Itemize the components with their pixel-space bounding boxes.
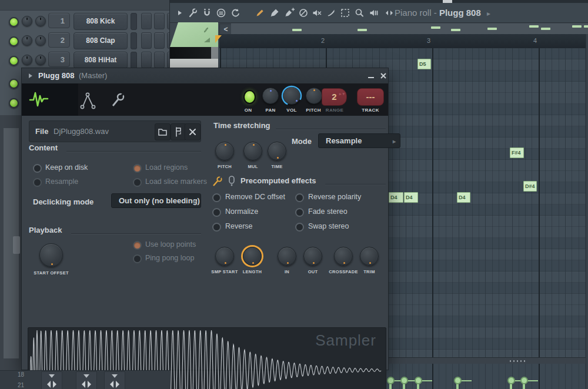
checkbox-ping-pong-loop[interactable] — [133, 254, 142, 263]
checkbox-remove-dc-offset[interactable] — [212, 193, 221, 202]
smp-start-knob[interactable] — [215, 247, 234, 266]
keyboard-black-key[interactable] — [170, 47, 211, 59]
tab-settings[interactable] — [108, 92, 129, 112]
channel-led[interactable] — [9, 98, 19, 108]
channel-pan-knob[interactable] — [22, 55, 32, 65]
plugin-on-led[interactable] — [243, 90, 256, 104]
tab-sample[interactable] — [22, 83, 78, 116]
velocity-marker[interactable] — [387, 377, 395, 384]
mode-dropdown[interactable]: Resample ▸ — [318, 133, 400, 148]
zoom-icon[interactable] — [354, 8, 365, 18]
scroll-left-button[interactable]: < — [219, 24, 232, 35]
step-cell[interactable] — [141, 52, 152, 68]
vertical-scrollbar[interactable] — [586, 34, 588, 389]
piano-roll-note[interactable]: D#4 — [523, 181, 537, 192]
tab-envelope[interactable] — [78, 92, 99, 112]
regions-icon[interactable] — [171, 124, 186, 140]
folder-button[interactable] — [155, 123, 171, 140]
stepper-tile[interactable] — [104, 371, 125, 389]
step-cell[interactable] — [154, 13, 165, 29]
channel-name-button[interactable]: 808 Clap — [74, 32, 128, 49]
clear-button[interactable] — [185, 123, 201, 140]
regions-button[interactable] — [171, 123, 186, 140]
mute-icon[interactable] — [312, 8, 322, 18]
splitter-handle[interactable] — [510, 360, 527, 362]
folder-icon[interactable] — [155, 124, 170, 140]
left-scroll-thumb[interactable] — [13, 236, 20, 254]
step-cell[interactable] — [154, 52, 165, 68]
pitch-range-box[interactable]: 2▸ ▾ — [322, 88, 347, 106]
trim-knob[interactable] — [360, 247, 379, 266]
channel-volume-knob[interactable] — [35, 16, 46, 26]
channel-led[interactable] — [9, 17, 19, 27]
declicking-dropdown[interactable]: Out only (no bleeding) ▸ — [111, 193, 201, 208]
channel-number[interactable]: 1 — [48, 13, 70, 28]
brush-icon[interactable] — [269, 8, 280, 18]
channel-volume-knob[interactable] — [35, 55, 46, 65]
slice-icon[interactable] — [326, 8, 336, 18]
piano-roll-note[interactable]: F#4 — [510, 147, 524, 158]
horizontal-scrollbar[interactable] — [231, 24, 588, 35]
channel-pan-knob[interactable] — [22, 16, 32, 26]
pitch-stretch-knob[interactable] — [215, 142, 234, 160]
piano-roll-note[interactable]: D5 — [417, 59, 431, 69]
undo-icon[interactable] — [230, 8, 240, 18]
step-cell[interactable] — [141, 13, 152, 29]
velocity-marker[interactable] — [454, 377, 462, 384]
channel-name-button[interactable]: 808 HiHat — [74, 52, 128, 69]
checkbox-reverse[interactable] — [212, 223, 221, 232]
detach-icon[interactable] — [384, 8, 395, 18]
timeline-ruler[interactable]: 234 — [219, 34, 588, 49]
step-cell[interactable] — [154, 32, 165, 49]
channel-pan-knob[interactable] — [22, 35, 32, 46]
checkbox-swap-stereo[interactable] — [295, 223, 304, 232]
channel-number[interactable]: 3 — [48, 52, 70, 67]
velocity-marker[interactable] — [507, 377, 515, 384]
file-name[interactable]: DjPlugg808.wav — [54, 127, 109, 136]
checkbox-use-loop-points[interactable] — [133, 241, 142, 250]
checkbox-resample[interactable] — [33, 178, 42, 187]
start-offset-knob[interactable] — [39, 243, 63, 267]
select-icon[interactable] — [340, 8, 350, 18]
velocity-marker[interactable] — [415, 377, 422, 384]
channel-led[interactable] — [9, 56, 19, 66]
options-arrow-icon[interactable] — [175, 8, 185, 18]
piano-roll-note[interactable]: D4 — [389, 192, 403, 203]
checkbox-load-regions[interactable] — [133, 164, 142, 173]
channel-led[interactable] — [9, 79, 19, 89]
checkbox-fade-stereo[interactable] — [295, 208, 304, 217]
checkbox-reverse-polarity[interactable] — [295, 193, 304, 202]
out-knob[interactable] — [303, 247, 322, 266]
pencil-icon[interactable] — [255, 8, 265, 18]
minimize-button[interactable] — [366, 71, 376, 81]
stepper-tile[interactable] — [76, 371, 97, 389]
piano-roll-note[interactable]: D4 — [404, 192, 418, 203]
checkbox-normalize[interactable] — [212, 208, 221, 217]
track-box[interactable]: --- — [357, 88, 384, 106]
time-knob[interactable] — [268, 142, 286, 160]
in-knob[interactable] — [278, 247, 296, 266]
menu-icon[interactable] — [216, 8, 226, 18]
channel-mute-bar[interactable] — [131, 32, 137, 49]
brush-sequence-icon[interactable] — [284, 8, 295, 18]
stepper-tile[interactable] — [41, 371, 62, 389]
plugin-menu-arrow-icon[interactable] — [29, 73, 32, 78]
title-chevron-icon[interactable]: ▸ — [483, 9, 490, 18]
plugin-titlebar[interactable]: Plugg 808 (Master) — [22, 68, 388, 84]
playback-icon[interactable] — [369, 8, 379, 18]
mul-knob[interactable] — [243, 142, 262, 160]
piano-roll-title[interactable]: Piano roll - Plugg 808 ▸ — [395, 8, 490, 18]
pitch-knob[interactable] — [306, 88, 322, 104]
clear-icon[interactable] — [185, 124, 200, 140]
piano-roll-corner-panel[interactable] — [170, 22, 218, 47]
channel-volume-knob[interactable] — [35, 35, 46, 46]
velocity-marker[interactable] — [400, 377, 408, 384]
volume-arc[interactable] — [281, 85, 302, 106]
piano-roll-note[interactable]: D4 — [457, 192, 470, 203]
pan-knob[interactable] — [262, 88, 279, 104]
channel-name-button[interactable]: 808 Kick — [74, 13, 128, 30]
volume-knob[interactable] — [283, 87, 300, 105]
step-cell[interactable] — [141, 32, 152, 49]
wrench-icon[interactable] — [188, 8, 198, 18]
snap-magnet-icon[interactable] — [202, 8, 212, 18]
